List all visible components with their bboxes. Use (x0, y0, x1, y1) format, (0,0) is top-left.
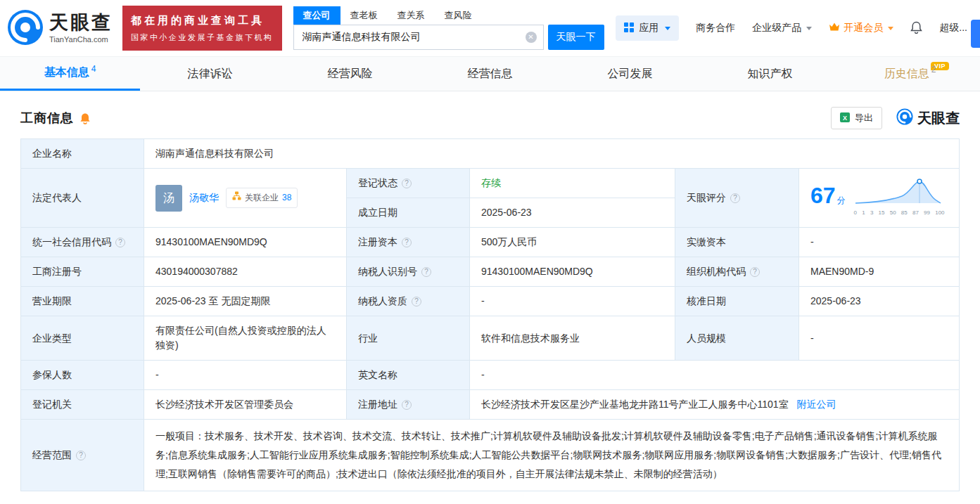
value-legal-representative: 汤 汤敬华 关联企业 (144, 169, 347, 228)
search-tab-boss[interactable]: 查老板 (341, 6, 388, 25)
field-label: 行业 (358, 332, 378, 344)
help-icon[interactable] (402, 238, 412, 247)
field-value: 91430100MAEN90MD9Q (481, 266, 593, 277)
label-industry: 行业 (347, 316, 470, 361)
value-company-type: 有限责任公司(自然人投资或控股的法人独资) (144, 316, 347, 361)
subscribe-bell-icon[interactable] (79, 112, 91, 124)
field-value: MAEN90MD-9 (810, 266, 874, 277)
tab-count: 2 (931, 65, 936, 75)
bell-icon (910, 21, 922, 36)
label-org-code: 组织机构代码 (675, 257, 799, 287)
tianyancha-logo[interactable]: 天眼查 TianYanCha.com (7, 9, 113, 48)
table-row: 营业期限 2025-06-23 至 无固定期限 纳税人资质 - 核准日期 202… (21, 287, 960, 316)
value-taxpayer-quality: - (470, 287, 675, 316)
export-button[interactable]: X 导出 (831, 107, 882, 129)
value-approval-date: 2025-06-23 (799, 287, 960, 316)
nav-business-cooperation[interactable]: 商务合作 (696, 22, 735, 34)
apps-label: 应用 (639, 22, 658, 34)
tianyancha-logo-icon (896, 108, 913, 129)
tab-operating-risk[interactable]: 经营风险 (280, 57, 420, 91)
tab-legal-proceedings[interactable]: 法律诉讼 (140, 57, 280, 91)
value-business-scope: 一般项目：技术服务、技术开发、技术咨询、技术交流、技术转让、技术推广;计算机软硬… (144, 420, 960, 491)
tab-count: 4 (91, 64, 96, 74)
legal-rep-avatar[interactable]: 汤 (155, 185, 182, 212)
clear-search-icon[interactable]: ✕ (526, 32, 537, 43)
tab-company-development[interactable]: 公司发展 (560, 57, 700, 91)
field-value: 91430100MAEN90MD9Q (155, 236, 267, 247)
field-value: 长沙经济技术开发区管理委员会 (155, 399, 293, 410)
table-row: 工商注册号 430194000307882 纳税人识别号 91430100MAE… (21, 257, 960, 287)
field-value: - (155, 369, 159, 380)
slogan-banner: 都在用的商业查询工具 国家中小企业发展子基金旗下机构 (122, 6, 282, 51)
search-tab-relation[interactable]: 查关系 (388, 6, 435, 25)
table-row: 法定代表人 汤 汤敬华 (21, 169, 960, 198)
address-text: 长沙经济技术开发区星沙产业基地龙井路11号产业工人服务中心1101室 (481, 399, 789, 410)
search-input[interactable] (293, 25, 544, 50)
label-approval-date: 核准日期 (675, 287, 799, 316)
tab-intellectual-property[interactable]: 知识产权 (700, 57, 840, 91)
field-label: 英文名称 (358, 369, 397, 380)
value-taxpayer-id: 91430100MAEN90MD9Q (470, 257, 675, 287)
chevron-down-icon (665, 27, 670, 30)
export-label: 导出 (855, 112, 873, 124)
tab-history-info[interactable]: VIP 历史信息 2 (840, 57, 980, 91)
table-row: 企业名称 湖南声通信息科技有限公司 (21, 139, 960, 169)
value-industry: 软件和信息技术服务业 (470, 316, 675, 361)
tab-label: 经营风险 (328, 67, 373, 82)
help-icon[interactable] (76, 451, 86, 460)
value-registration-status: 存续 (470, 169, 675, 198)
top-header: 天眼查 TianYanCha.com 都在用的商业查询工具 国家中小企业发展子基… (0, 0, 980, 56)
user-menu[interactable]: 超级... (939, 22, 967, 34)
apps-menu[interactable]: 应用 (616, 15, 679, 41)
value-staff-size: - (799, 316, 960, 361)
vip-label: 开通会员 (844, 22, 883, 34)
tab-label: 基本信息 (44, 65, 89, 80)
side-float-widget[interactable] (971, 20, 980, 48)
search-tabs: 查公司 查老板 查关系 查风险 (293, 7, 607, 25)
related-companies-tag[interactable]: 关联企业 38 (226, 188, 298, 208)
help-icon[interactable] (730, 193, 740, 203)
help-icon[interactable] (412, 297, 421, 306)
notifications-button[interactable] (910, 21, 922, 36)
apps-grid-icon (624, 22, 634, 34)
help-icon[interactable] (750, 267, 760, 277)
tab-business-info[interactable]: 经营信息 (420, 57, 560, 91)
help-icon[interactable] (402, 179, 412, 188)
section-header: 工商信息 X 导出 (20, 107, 960, 129)
search-tab-company[interactable]: 查公司 (293, 6, 341, 25)
nav-open-vip[interactable]: 开通会员 (829, 22, 893, 34)
table-row: 登记机关 长沙经济技术开发区管理委员会 注册地址 长沙经济技术开发区星沙产业基地… (21, 390, 960, 420)
field-label: 登记状态 (358, 177, 397, 188)
table-row: 企业类型 有限责任公司(自然人投资或控股的法人独资) 行业 软件和信息技术服务业… (21, 316, 960, 361)
label-english-name: 英文名称 (347, 361, 470, 390)
label-taxpayer-quality: 纳税人资质 (347, 287, 470, 316)
legal-rep-name-link[interactable]: 汤敬华 (189, 190, 219, 205)
field-label: 人员规模 (687, 332, 726, 344)
chevron-down-icon (806, 27, 812, 30)
label-company-name: 企业名称 (21, 139, 144, 169)
label-legal-representative: 法定代表人 (21, 169, 144, 228)
nav-enterprise-products[interactable]: 企业级产品 (752, 22, 812, 34)
table-row: 统一社会信用代码 91430100MAEN90MD9Q 注册资本 500万人民币… (21, 228, 960, 257)
svg-text:X: X (843, 114, 847, 121)
search-button[interactable]: 天眼一下 (548, 25, 604, 50)
main-content: 工商信息 X 导出 (0, 107, 980, 491)
label-tianyan-score: 天眼评分 (675, 169, 799, 228)
label-registered-capital: 注册资本 (347, 228, 470, 257)
field-value: 软件和信息技术服务业 (481, 332, 580, 344)
field-value: 430194000307882 (155, 266, 238, 277)
status-badge: 存续 (481, 177, 501, 188)
search-tab-risk[interactable]: 查风险 (435, 6, 482, 25)
help-icon[interactable] (115, 238, 125, 247)
crown-icon (829, 22, 840, 34)
help-icon[interactable] (421, 267, 431, 277)
table-row: 参保人数 - 英文名称 - (21, 361, 960, 390)
field-label: 企业名称 (32, 148, 72, 159)
field-label: 法定代表人 (32, 192, 82, 203)
help-icon[interactable] (402, 400, 412, 410)
field-label: 注册资本 (358, 236, 397, 247)
label-insured-count: 参保人数 (21, 361, 144, 390)
nearby-companies-link[interactable]: 附近公司 (797, 399, 836, 410)
tab-basic-info[interactable]: 基本信息 4 (0, 57, 140, 91)
label-establish-date: 成立日期 (347, 198, 470, 228)
